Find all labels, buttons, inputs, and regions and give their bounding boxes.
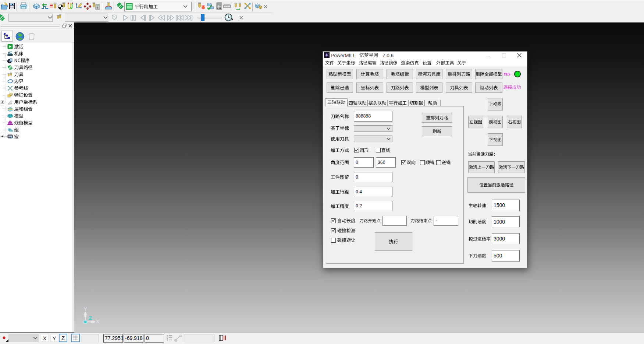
svg-text:Y: Y	[83, 306, 87, 312]
svg-text:Z: Z	[89, 315, 92, 321]
svg-text:X: X	[96, 318, 100, 324]
svg-text:z: z	[167, 339, 168, 341]
